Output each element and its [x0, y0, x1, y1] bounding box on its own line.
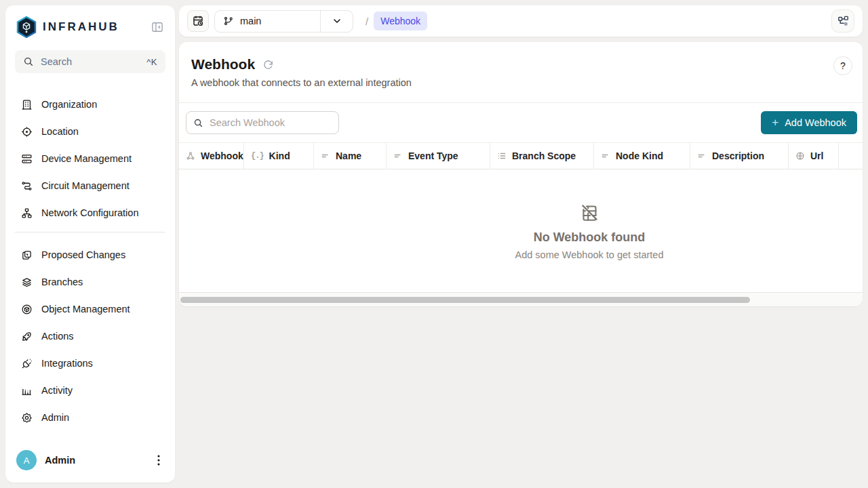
time-travel-button[interactable]	[187, 10, 209, 32]
cube-icon	[21, 304, 33, 315]
sidebar-item-label: Organization	[41, 99, 97, 110]
sidebar-item-label: Proposed Changes	[41, 249, 125, 260]
column-header-kind[interactable]: {.} Kind	[244, 143, 314, 169]
horizontal-scrollbar[interactable]	[180, 297, 750, 303]
column-header-url[interactable]: Url	[789, 143, 839, 169]
sidebar-item-label: Network Configuration	[41, 207, 138, 218]
search-shortcut: ^K	[146, 57, 157, 67]
chevron-down-icon	[332, 16, 342, 26]
sidebar-item-proposed-changes[interactable]: Proposed Changes	[15, 241, 165, 268]
column-label: Event Type	[408, 150, 458, 161]
column-label: Name	[336, 150, 361, 161]
text-lines-icon	[697, 151, 707, 161]
sidebar-item-label: Circuit Management	[41, 180, 130, 191]
column-header-name[interactable]: Name	[314, 143, 387, 169]
plus-icon: +	[772, 116, 778, 129]
sidebar-item-actions[interactable]: Actions	[15, 323, 165, 350]
refresh-icon[interactable]	[262, 59, 274, 70]
global-search-input[interactable]: Search ^K	[15, 50, 165, 73]
sidebar-item-activity[interactable]: Activity	[15, 377, 165, 404]
chart-bar-icon	[21, 385, 33, 396]
sidebar-item-branches[interactable]: Branches	[15, 268, 165, 296]
app-root: INFRAHUB Search ^K Organization	[0, 0, 868, 488]
schema-graph-icon	[837, 15, 850, 28]
branch-selector-value: main	[215, 11, 320, 32]
webhook-search-input[interactable]: Search Webhook	[186, 111, 339, 134]
add-webhook-button[interactable]: + Add Webhook	[761, 111, 857, 134]
logo-row: INFRAHUB	[5, 5, 175, 45]
sitemap-icon	[21, 207, 33, 219]
webhook-search-placeholder: Search Webhook	[210, 117, 285, 128]
column-header-filler	[839, 143, 863, 169]
sidebar-item-network-configuration[interactable]: Network Configuration	[15, 199, 165, 226]
calendar-clock-icon	[192, 15, 204, 27]
column-header-node-kind[interactable]: Node Kind	[594, 143, 690, 169]
sidebar-item-label: Branches	[41, 277, 83, 287]
layers-icon	[21, 277, 33, 288]
user-name: Admin	[45, 455, 145, 466]
text-lines-icon	[321, 151, 330, 161]
topbar: main / Webhook	[179, 5, 863, 37]
sidebar-item-location[interactable]: Location	[15, 118, 165, 145]
schema-button[interactable]	[831, 9, 854, 33]
content-card: Webhook A webhook that connects to an ex…	[179, 42, 863, 306]
sidebar-item-admin[interactable]: Admin	[15, 404, 165, 431]
search-icon	[23, 56, 34, 67]
route-icon	[21, 180, 33, 192]
infrahub-logo-icon	[16, 16, 37, 38]
rocket-icon	[21, 331, 33, 342]
page-title: Webhook	[191, 56, 255, 73]
column-header-branch-scope[interactable]: Branch Scope	[490, 143, 594, 169]
text-lines-icon	[601, 151, 610, 161]
globe-icon	[795, 151, 805, 161]
column-header-event-type[interactable]: Event Type	[387, 143, 490, 169]
text-lines-icon	[393, 151, 403, 161]
column-label: Branch Scope	[512, 150, 576, 161]
sidebar-item-object-management[interactable]: Object Management	[15, 296, 165, 323]
sidebar-item-label: Device Management	[41, 153, 132, 164]
column-header-description[interactable]: Description	[690, 143, 789, 169]
copy-icon	[21, 249, 33, 261]
column-label: Description	[712, 150, 764, 161]
sidebar-secondary-nav: Proposed Changes Branches Object Managem…	[5, 232, 175, 431]
branch-name: main	[240, 16, 261, 26]
list-icon	[497, 151, 507, 161]
table-off-icon	[580, 203, 599, 222]
branch-selector[interactable]: main	[214, 10, 353, 33]
column-header-webhook[interactable]: Webhook	[179, 143, 244, 169]
webhook-table: Webhook {.} Kind Name	[179, 142, 863, 292]
braces-icon: {.}	[251, 151, 264, 161]
user-menu[interactable]: A Admin	[5, 442, 175, 483]
gear-icon	[21, 412, 33, 424]
sidebar-item-label: Object Management	[41, 304, 130, 314]
sidebar-item-organization[interactable]: Organization	[15, 91, 165, 118]
logo-wordmark: INFRAHUB	[43, 20, 149, 34]
sidebar-item-label: Integrations	[41, 358, 93, 369]
sidebar-item-integrations[interactable]: Integrations	[15, 350, 165, 377]
column-label: Kind	[269, 150, 290, 161]
sidebar: INFRAHUB Search ^K Organization	[5, 5, 175, 483]
sidebar-primary-nav: Organization Location Device Management …	[5, 73, 175, 232]
page-subtitle: A webhook that connects to an external i…	[191, 77, 849, 88]
location-icon	[21, 126, 33, 138]
main-column: main / Webhook	[179, 5, 863, 483]
column-label: Url	[810, 150, 823, 161]
content-header: Webhook A webhook that connects to an ex…	[179, 42, 863, 103]
sidebar-item-label: Actions	[41, 331, 74, 342]
breadcrumb-current[interactable]: Webhook	[374, 12, 427, 30]
search-placeholder: Search	[41, 56, 140, 67]
branch-caret[interactable]	[320, 11, 353, 32]
hierarchy-icon	[186, 151, 195, 161]
sidebar-collapse-icon[interactable]	[149, 19, 165, 35]
sidebar-item-label: Location	[41, 126, 79, 137]
table-header-row: Webhook {.} Kind Name	[179, 142, 863, 169]
sidebar-item-customer-service[interactable]: Customer Service	[15, 226, 165, 232]
help-button[interactable]: ?	[833, 56, 852, 75]
sidebar-item-device-management[interactable]: Device Management	[15, 145, 165, 172]
search-icon	[193, 118, 203, 128]
kebab-menu-icon[interactable]	[153, 453, 164, 467]
empty-state: No Webhook found Add some Webhook to get…	[179, 169, 863, 260]
plug-icon	[21, 358, 33, 369]
sidebar-item-circuit-management[interactable]: Circuit Management	[15, 172, 165, 199]
add-webhook-label: Add Webhook	[785, 117, 846, 128]
